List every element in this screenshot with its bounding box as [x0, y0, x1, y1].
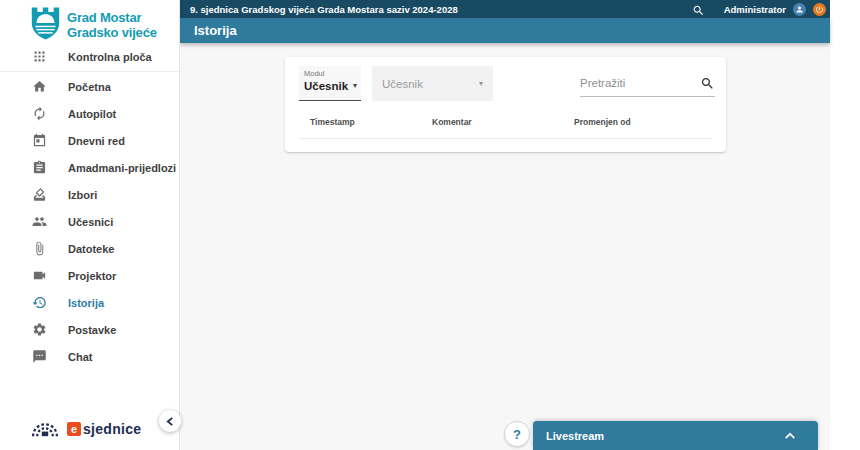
- search-field: [580, 70, 715, 97]
- modul-select-label: Modul: [304, 69, 324, 78]
- livestream-bar[interactable]: Livestream: [533, 421, 818, 450]
- participant-select-placeholder: Učesnik: [382, 78, 423, 90]
- sidebar-item-izbori[interactable]: Izbori: [0, 181, 179, 208]
- sidebar-item-label: Početna: [68, 81, 111, 93]
- page-title: Istorija: [180, 23, 237, 38]
- history-card: Modul Učesnik ▾ Učesnik ▾ Timestamp Kome…: [285, 57, 726, 152]
- people-icon: [32, 214, 48, 230]
- sidebar-item-label: Datoteke: [68, 243, 114, 255]
- sidebar-nav: Kontrolna ploča Početna Autopilot Dne: [0, 43, 179, 370]
- sidebar-item-kontrolna-ploca[interactable]: Kontrolna ploča: [0, 43, 179, 70]
- table-header-row: Timestamp Komentar Promenjen od: [299, 117, 712, 127]
- sidebar-item-label: Dnevni red: [68, 135, 125, 147]
- videocam-icon: [32, 268, 48, 284]
- nav-divider: [0, 71, 179, 72]
- sidebar-item-label: Chat: [68, 351, 92, 363]
- ballot-icon: [32, 187, 48, 203]
- search-icon[interactable]: [692, 3, 705, 16]
- chat-icon: [32, 349, 48, 365]
- paperclip-icon: [32, 241, 48, 257]
- sidebar-item-label: Izbori: [68, 189, 97, 201]
- sidebar-item-postavke[interactable]: Postavke: [0, 316, 179, 343]
- chevron-down-icon: ▾: [479, 79, 483, 88]
- user-avatar-icon[interactable]: [793, 3, 806, 16]
- column-header-promenjen-od: Promenjen od: [574, 117, 694, 127]
- sidebar-item-label: Postavke: [68, 324, 116, 336]
- sidebar-item-ucesnici[interactable]: Učesnici: [0, 208, 179, 235]
- autorenew-icon: [32, 106, 48, 122]
- gear-icon: [32, 322, 48, 338]
- search-input[interactable]: [580, 77, 700, 89]
- sidebar-item-dnevni-red[interactable]: Dnevni red: [0, 127, 179, 154]
- logout-power-icon[interactable]: [813, 3, 826, 16]
- help-button[interactable]: ?: [504, 421, 530, 447]
- sidebar-item-label: Istorija: [68, 297, 104, 309]
- top-header-bar: 9. sjednica Gradskog vijeća Grada Mostar…: [180, 0, 830, 18]
- sidebar-item-label: Projektor: [68, 270, 116, 282]
- mostar-shield-icon: [30, 4, 61, 46]
- main-content: Modul Učesnik ▾ Učesnik ▾ Timestamp Kome…: [180, 43, 830, 450]
- table-header-divider: [299, 138, 712, 139]
- sidebar-item-autopilot[interactable]: Autopilot: [0, 100, 179, 127]
- chevron-down-icon: ▾: [353, 81, 357, 90]
- sidebar-item-amandmani[interactable]: Amadmani-prijedlozi: [0, 154, 179, 181]
- home-icon: [32, 79, 48, 95]
- sidebar-item-label: Učesnici: [68, 216, 113, 228]
- history-icon: [32, 295, 48, 311]
- column-header-komentar: Komentar: [432, 117, 574, 127]
- sidebar-item-label: Kontrolna ploča: [68, 51, 152, 63]
- clipboard-icon: [32, 160, 48, 176]
- calendar-icon: [32, 133, 48, 149]
- search-icon[interactable]: [700, 76, 715, 91]
- esjednice-brand: e sjednice: [30, 416, 141, 442]
- brand-logo: Grad Mostar Gradsko vijeće: [30, 4, 157, 46]
- column-header-timestamp: Timestamp: [299, 117, 432, 127]
- modul-select[interactable]: Modul Učesnik ▾: [299, 66, 361, 101]
- e-logo-square: e: [67, 422, 81, 436]
- esjednice-wordmark: e sjednice: [67, 421, 141, 437]
- apps-icon: [32, 49, 48, 65]
- sidebar-item-label: Autopilot: [68, 108, 116, 120]
- user-name-label: Administrator: [724, 4, 786, 15]
- sidebar-item-label: Amadmani-prijedlozi: [68, 162, 176, 174]
- help-icon: ?: [513, 427, 521, 442]
- header-actions: Administrator: [692, 3, 826, 16]
- sidebar-item-chat[interactable]: Chat: [0, 343, 179, 370]
- page-header-bar: Istorija: [180, 18, 830, 43]
- hemicycle-icon: [30, 416, 60, 442]
- sidebar-item-istorija[interactable]: Istorija: [0, 289, 179, 316]
- session-title: 9. sjednica Gradskog vijeća Grada Mostar…: [190, 4, 458, 15]
- participant-select[interactable]: Učesnik ▾: [372, 66, 493, 101]
- sidebar-item-datoteke[interactable]: Datoteke: [0, 235, 179, 262]
- sidebar-collapse-button[interactable]: [159, 410, 181, 432]
- sidebar: Grad Mostar Gradsko vijeće Kontrolna plo…: [0, 0, 180, 450]
- chevron-left-icon: [166, 412, 175, 430]
- sidebar-item-pocetna[interactable]: Početna: [0, 73, 179, 100]
- app-window: Grad Mostar Gradsko vijeće Kontrolna plo…: [0, 0, 830, 450]
- modul-select-value: Učesnik: [304, 80, 348, 92]
- livestream-label: Livestream: [533, 430, 604, 442]
- brand-title: Grad Mostar Gradsko vijeće: [67, 10, 157, 40]
- sidebar-item-projektor[interactable]: Projektor: [0, 262, 179, 289]
- chevron-up-icon[interactable]: [784, 431, 796, 440]
